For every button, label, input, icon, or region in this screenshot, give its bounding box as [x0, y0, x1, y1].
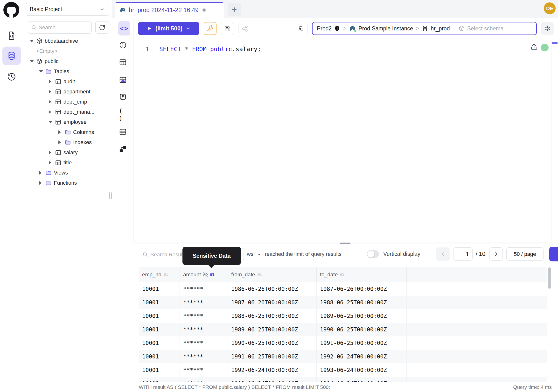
table-row[interactable]: 10001******1992-06-24T00:00:00Z1993-06-2…	[139, 363, 547, 377]
admin-wrench-button[interactable]	[204, 22, 217, 35]
caret-right-icon[interactable]	[58, 130, 65, 134]
sidebar-resize-handle[interactable]	[109, 192, 112, 199]
upload-icon[interactable]	[531, 43, 538, 50]
result-table[interactable]: emp_noamountfrom_dateto_date10001******1…	[139, 267, 547, 382]
connection-breadcrumb[interactable]: Prod2 > Prod Sample Instance > hr_prod S…	[312, 22, 537, 35]
sort-icon[interactable]	[210, 272, 215, 277]
schema-diagram-icon[interactable]	[119, 145, 127, 153]
chevron-left-icon	[440, 251, 446, 257]
save-button[interactable]	[221, 22, 234, 35]
tree-item-views[interactable]: Views	[23, 168, 112, 178]
table-row[interactable]: 10001******1993-06-24T00:00:00Z1994-06-2…	[139, 377, 547, 382]
bytebase-logo[interactable]	[3, 2, 19, 18]
table-cell: 10001	[139, 336, 180, 350]
ai-assistant-button[interactable]	[541, 22, 554, 35]
caret-right-icon[interactable]	[58, 140, 65, 144]
tree-item-label: department	[63, 89, 90, 95]
tab-hr-prod[interactable]: hr_prod 2024-11-22 16:49	[115, 2, 224, 18]
tree-item-dept-mana-[interactable]: dept_mana...	[23, 107, 112, 117]
caret-right-icon[interactable]	[49, 151, 55, 155]
column-header-from_date[interactable]: from_date	[228, 267, 317, 282]
parentheses-icon[interactable]: ( )	[119, 110, 127, 119]
masked-table-icon[interactable]	[119, 76, 127, 84]
table-row[interactable]: 10001******1987-06-26T00:00:00Z1988-06-2…	[139, 296, 547, 309]
table-row[interactable]: 10001******1989-06-25T00:00:00Z1990-06-2…	[139, 323, 547, 336]
user-avatar[interactable]: DE	[544, 2, 556, 14]
caret-down-icon[interactable]	[30, 40, 36, 42]
prev-page-button[interactable]	[436, 247, 450, 261]
sql-editor[interactable]: 1 SELECT * FROM public.salary;	[133, 39, 558, 242]
sort-icon[interactable]	[340, 272, 345, 277]
tree-item-dept-emp[interactable]: dept_emp	[23, 97, 112, 107]
table-icon[interactable]	[119, 58, 127, 66]
project-selector[interactable]: Basic Project	[26, 3, 109, 16]
tree-item-label: audit	[63, 78, 75, 85]
caret-right-icon[interactable]	[49, 161, 55, 165]
tree-item-label: Columns	[73, 129, 94, 135]
table-cell	[407, 377, 547, 382]
tree-item-bbdataarchive[interactable]: bbdataarchive	[23, 36, 112, 46]
page-size-select[interactable]: 50 / page	[506, 247, 543, 261]
tree-item-salary[interactable]: salary	[23, 148, 112, 158]
table-row[interactable]: 10001******1986-06-26T00:00:00Z1987-06-2…	[139, 282, 547, 296]
splitter-handle[interactable]	[340, 242, 350, 244]
caret-down-icon[interactable]	[49, 121, 55, 123]
caret-right-icon[interactable]	[39, 171, 45, 175]
code-view-toggle[interactable]: <>	[118, 21, 130, 35]
tree-item--empty-[interactable]: <Empty>	[23, 46, 112, 56]
caret-right-icon[interactable]	[49, 100, 55, 104]
next-page-button[interactable]	[489, 247, 503, 261]
column-header-to_date[interactable]: to_date	[317, 267, 407, 282]
batch-query-button[interactable]	[295, 22, 307, 35]
rail-history-icon[interactable]	[2, 71, 21, 82]
caret-down-icon[interactable]	[30, 60, 36, 62]
caret-right-icon[interactable]	[39, 181, 45, 185]
table-row[interactable]: 10001******1991-06-25T00:00:00Z1992-06-2…	[139, 350, 547, 363]
table-row[interactable]: 10001******1988-06-25T00:00:00Z1989-06-2…	[139, 309, 547, 323]
vertical-display-toggle[interactable]	[367, 250, 379, 258]
share-button[interactable]	[238, 22, 251, 35]
page-number-input[interactable]	[453, 247, 472, 261]
caret-right-icon[interactable]	[49, 80, 55, 84]
chevron-down-icon[interactable]	[186, 26, 191, 31]
rail-worksheet-file-code-icon[interactable]	[2, 30, 21, 41]
sidebar-search-input[interactable]	[39, 24, 82, 31]
panel-splitter[interactable]	[133, 242, 558, 244]
function-icon[interactable]	[119, 93, 127, 101]
tree-item-label: employee	[63, 119, 87, 125]
table-row[interactable]: 10001******1990-06-25T00:00:00Z1991-06-2…	[139, 336, 547, 350]
table-cell: 10001	[139, 282, 180, 296]
sort-icon[interactable]	[163, 272, 169, 277]
folder-icon	[65, 129, 71, 135]
tree-item-columns[interactable]: Columns	[23, 127, 112, 137]
table-cell: ******	[180, 309, 228, 323]
result-side-sheet-button[interactable]	[549, 247, 558, 261]
info-icon[interactable]	[119, 41, 127, 49]
caret-down-icon[interactable]	[39, 70, 45, 73]
tree-item-label: Indexes	[73, 139, 92, 146]
tree-item-department[interactable]: department	[23, 87, 112, 97]
table-rows-icon[interactable]	[119, 128, 127, 136]
column-header-amount[interactable]: amount	[180, 267, 228, 282]
tree-item-title[interactable]: title	[23, 158, 112, 168]
caret-right-icon[interactable]	[49, 90, 55, 94]
rail-divider	[5, 23, 18, 23]
rail-database-icon[interactable]	[2, 47, 21, 65]
sidebar-search[interactable]	[28, 21, 92, 34]
sort-icon[interactable]	[257, 272, 262, 277]
tree-item-employee[interactable]: employee	[23, 117, 112, 127]
run-query-button[interactable]: (limit 500)	[138, 22, 199, 35]
caret-right-icon[interactable]	[49, 110, 55, 114]
tree-item-tables[interactable]: Tables	[23, 66, 112, 77]
schema-select[interactable]: Select schema	[454, 25, 508, 32]
tree-item-functions[interactable]: Functions	[23, 178, 112, 188]
table-scrollbar-thumb[interactable]	[548, 267, 551, 289]
column-header-emp_no[interactable]: emp_no	[139, 267, 180, 282]
tree-item-indexes[interactable]: Indexes	[23, 137, 112, 148]
breadcrumb-separator: >	[416, 25, 419, 32]
refresh-button[interactable]	[95, 21, 109, 34]
add-tab-button[interactable]: +	[228, 3, 241, 16]
table-cell: ******	[180, 377, 228, 382]
tree-item-audit[interactable]: audit	[23, 77, 112, 87]
tree-item-public[interactable]: public	[23, 56, 112, 66]
